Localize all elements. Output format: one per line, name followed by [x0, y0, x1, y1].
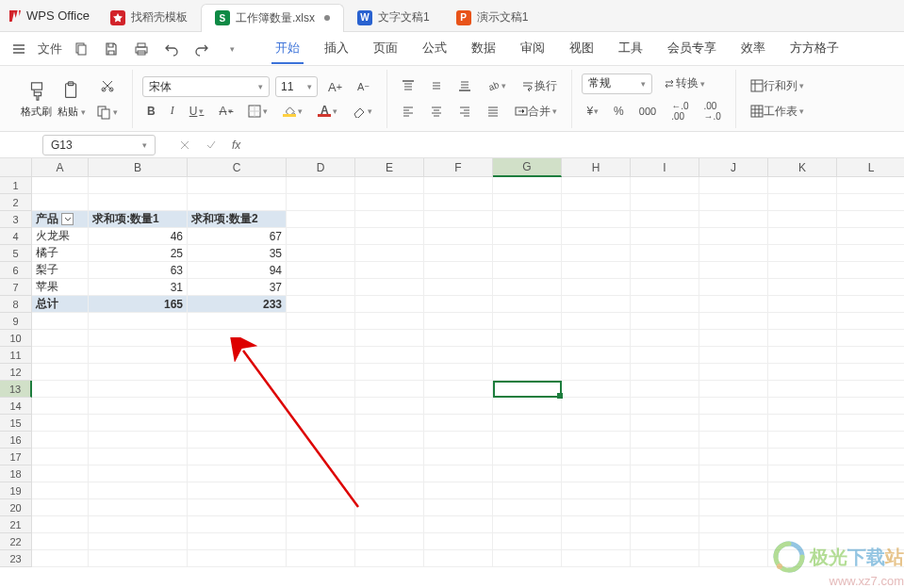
cell-L13[interactable] — [837, 381, 904, 398]
cell-D17[interactable] — [287, 449, 355, 466]
number-format-select[interactable]: 常规▾ — [582, 74, 652, 94]
undo-icon[interactable] — [160, 38, 183, 60]
cell-C19[interactable] — [188, 482, 287, 499]
clear-format-button[interactable]: ▾ — [348, 102, 377, 121]
cell-G21[interactable] — [493, 516, 562, 533]
menu-hamburger-icon[interactable] — [8, 38, 30, 60]
cell-A3[interactable]: 产品 — [32, 211, 89, 228]
cell-C9[interactable] — [188, 313, 287, 330]
cell-C22[interactable] — [188, 533, 287, 550]
wrap-button[interactable]: 换行 — [517, 75, 562, 97]
cell-J9[interactable] — [699, 313, 768, 330]
cell-F23[interactable] — [424, 550, 493, 567]
row-header-6[interactable]: 6 — [0, 262, 32, 279]
cell-H9[interactable] — [562, 313, 631, 330]
column-header-D[interactable]: D — [287, 158, 355, 177]
cell-B17[interactable] — [89, 449, 188, 466]
cell-B10[interactable] — [89, 330, 188, 347]
row-header-8[interactable]: 8 — [0, 296, 32, 313]
cell-I9[interactable] — [631, 313, 699, 330]
cell-H2[interactable] — [562, 194, 631, 211]
menu-tab-review[interactable]: 审阅 — [517, 34, 549, 64]
cell-F19[interactable] — [424, 482, 493, 499]
cell-E4[interactable] — [355, 228, 424, 245]
format-painter-button[interactable]: 格式刷 — [21, 79, 52, 119]
decrease-decimal-button[interactable]: ←.0.00 — [666, 98, 693, 124]
menu-tab-tools[interactable]: 工具 — [615, 34, 647, 64]
cell-A17[interactable] — [32, 449, 89, 466]
row-header-15[interactable]: 15 — [0, 415, 32, 432]
cut-button[interactable] — [91, 75, 123, 96]
cell-C10[interactable] — [188, 330, 287, 347]
comma-button[interactable]: 000 — [634, 103, 661, 120]
cell-E15[interactable] — [355, 415, 424, 432]
row-header-20[interactable]: 20 — [0, 499, 32, 516]
cell-G7[interactable] — [493, 279, 562, 296]
menu-tab-page[interactable]: 页面 — [370, 34, 402, 64]
cell-C16[interactable] — [188, 432, 287, 449]
column-header-G[interactable]: G — [493, 158, 562, 177]
cell-J18[interactable] — [699, 466, 768, 482]
cell-H12[interactable] — [562, 364, 631, 381]
strikethrough-button[interactable]: A▾ — [214, 102, 238, 121]
cell-I7[interactable] — [631, 279, 699, 296]
cell-H8[interactable] — [562, 296, 631, 313]
increase-decimal-button[interactable]: .00→.0 — [699, 98, 725, 124]
cell-K2[interactable] — [768, 194, 837, 211]
row-header-16[interactable]: 16 — [0, 432, 32, 449]
cell-F2[interactable] — [424, 194, 493, 211]
cell-F17[interactable] — [424, 449, 493, 466]
align-left-button[interactable] — [397, 102, 419, 121]
cell-D20[interactable] — [287, 499, 355, 516]
cell-E22[interactable] — [355, 533, 424, 550]
cell-E23[interactable] — [355, 550, 424, 567]
cell-G3[interactable] — [493, 211, 562, 228]
cell-L17[interactable] — [837, 449, 904, 466]
cell-F18[interactable] — [424, 466, 493, 482]
cell-F9[interactable] — [424, 313, 493, 330]
cell-D7[interactable] — [287, 279, 355, 296]
menu-tab-vip[interactable]: 会员专享 — [664, 34, 720, 64]
cell-H17[interactable] — [562, 449, 631, 466]
bold-button[interactable]: B — [142, 102, 160, 121]
cell-B2[interactable] — [89, 194, 188, 211]
cell-A21[interactable] — [32, 516, 89, 533]
cell-C17[interactable] — [188, 449, 287, 466]
cell-H10[interactable] — [562, 330, 631, 347]
cell-A15[interactable] — [32, 415, 89, 432]
column-header-C[interactable]: C — [188, 158, 287, 177]
cell-G18[interactable] — [493, 466, 562, 482]
print-icon[interactable] — [130, 38, 153, 60]
cell-F14[interactable] — [424, 398, 493, 415]
cell-J3[interactable] — [699, 211, 768, 228]
row-header-12[interactable]: 12 — [0, 364, 32, 381]
cell-L6[interactable] — [837, 262, 904, 279]
row-header-1[interactable]: 1 — [0, 177, 32, 194]
tab-workbook[interactable]: S 工作簿数量.xlsx — [201, 4, 344, 32]
cell-A22[interactable] — [32, 533, 89, 550]
convert-button[interactable]: 转换▾ — [658, 73, 710, 94]
cell-B4[interactable]: 46 — [89, 228, 188, 245]
cell-D2[interactable] — [287, 194, 355, 211]
cell-H18[interactable] — [562, 466, 631, 482]
cell-E8[interactable] — [355, 296, 424, 313]
cells-grid[interactable]: 产品求和项:数量1求和项:数量2火龙果4667橘子2535梨子6394苹果313… — [32, 177, 904, 567]
cell-L16[interactable] — [837, 432, 904, 449]
align-center-button[interactable] — [425, 102, 448, 121]
row-header-21[interactable]: 21 — [0, 516, 32, 533]
cell-L8[interactable] — [837, 296, 904, 313]
cell-A8[interactable]: 总计 — [32, 296, 89, 313]
cell-F8[interactable] — [424, 296, 493, 313]
cell-G12[interactable] — [493, 364, 562, 381]
cell-B14[interactable] — [89, 398, 188, 415]
cell-K3[interactable] — [768, 211, 837, 228]
cell-G2[interactable] — [493, 194, 562, 211]
row-header-19[interactable]: 19 — [0, 482, 32, 499]
align-top-button[interactable] — [397, 76, 419, 95]
cell-J20[interactable] — [699, 499, 768, 516]
cell-F10[interactable] — [424, 330, 493, 347]
cell-E21[interactable] — [355, 516, 424, 533]
cell-D12[interactable] — [287, 364, 355, 381]
fill-color-button[interactable]: ▾ — [278, 103, 307, 120]
row-header-17[interactable]: 17 — [0, 449, 32, 466]
